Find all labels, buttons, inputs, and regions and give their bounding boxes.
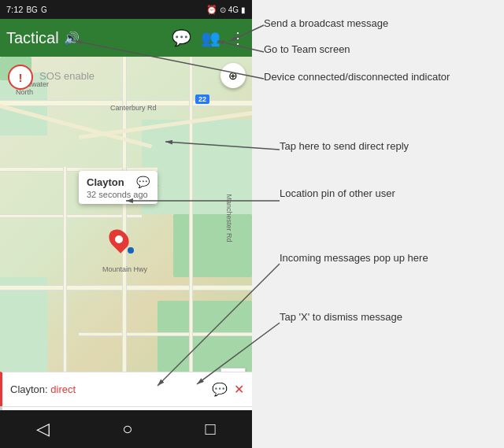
annotations-panel: Send a broadcast message Go to Team scre… bbox=[252, 0, 504, 448]
annotation-direct-reply: Tap here to send direct reply bbox=[280, 140, 409, 154]
map-label-mountain: Mountain Hwy bbox=[102, 265, 147, 273]
direct-reply-icon[interactable]: 💬 bbox=[212, 382, 228, 397]
highway-shield: 22 bbox=[195, 94, 209, 104]
annotation-location-pin: Location pin of other user bbox=[280, 187, 395, 201]
annotation-dismiss-msg: Tap 'X' to dismiss message bbox=[280, 311, 402, 324]
popup-user-name: Clayton bbox=[87, 176, 124, 188]
direct-message-item: Clayton: direct 💬 ✕ bbox=[0, 372, 252, 406]
battery-icon: ▮ bbox=[241, 6, 246, 14]
status-g-icon: G bbox=[41, 6, 47, 14]
direct-dismiss-button[interactable]: ✕ bbox=[234, 382, 244, 397]
map-location-pin bbox=[110, 228, 128, 250]
map-road-h3 bbox=[0, 214, 142, 218]
direct-message-actions: 💬 ✕ bbox=[212, 382, 244, 397]
direct-message-text: Clayton: direct bbox=[10, 383, 212, 395]
map-green-area-4 bbox=[173, 214, 252, 277]
signal-4g-icon: 4G bbox=[228, 6, 239, 14]
map-road-h5 bbox=[79, 332, 252, 336]
nav-bar: ◁ ○ □ bbox=[0, 410, 252, 448]
status-bg-icon: BG bbox=[26, 6, 37, 14]
team-people-icon[interactable]: 👥 bbox=[201, 28, 220, 47]
map-label-manche: Manchester Rd bbox=[225, 194, 233, 242]
map-label-canterbury: Canterbury Rd bbox=[110, 104, 157, 112]
popup-direct-reply-icon[interactable]: 💬 bbox=[136, 176, 150, 188]
bluetooth-icon: 🔊 bbox=[64, 31, 80, 46]
sos-label: SOS enable bbox=[39, 70, 94, 82]
annotation-connected: Device connected/disconnected indicator bbox=[264, 71, 450, 84]
phone-frame: 7:12 BG G ⏰ ⊙ 4G ▮ Tactical 🔊 💬 👥 ⋮ bbox=[0, 0, 252, 448]
nav-home-button[interactable]: ○ bbox=[122, 419, 132, 439]
map-area: BayswaterNorth Canterbury Rd Mountain Hw… bbox=[0, 57, 252, 372]
map-green-area-5 bbox=[0, 277, 47, 372]
map-green-area-3 bbox=[142, 120, 252, 214]
direct-type: direct bbox=[50, 383, 76, 395]
more-vert-icon[interactable]: ⋮ bbox=[230, 28, 246, 47]
popup-header: Clayton 💬 bbox=[87, 176, 150, 188]
direct-sender: Clayton: bbox=[10, 383, 50, 395]
sos-button[interactable]: ! bbox=[8, 65, 33, 90]
compass-button[interactable]: ⊕ bbox=[220, 63, 246, 88]
nav-back-button[interactable]: ◁ bbox=[36, 419, 50, 439]
location-popup: Clayton 💬 32 seconds ago bbox=[79, 171, 158, 204]
app-bar: Tactical 🔊 💬 👥 ⋮ bbox=[0, 19, 252, 57]
nav-recent-button[interactable]: □ bbox=[206, 419, 216, 439]
wifi-icon: ⊙ bbox=[220, 6, 226, 14]
alarm-icon: ⏰ bbox=[206, 5, 217, 15]
pin-dot bbox=[128, 247, 134, 254]
status-left: 7:12 BG G bbox=[6, 5, 47, 14]
map-road-v3 bbox=[63, 167, 67, 372]
status-time: 7:12 bbox=[6, 5, 23, 14]
app-title-text: Tactical bbox=[6, 29, 59, 47]
status-bar: 7:12 BG G ⏰ ⊙ 4G ▮ bbox=[0, 0, 252, 19]
map-road-v2 bbox=[189, 57, 193, 372]
annotation-team: Go to Team screen bbox=[264, 43, 350, 57]
chat-icon[interactable]: 💬 bbox=[172, 28, 191, 47]
app-bar-icons: 💬 👥 ⋮ bbox=[172, 28, 246, 47]
popup-time: 32 seconds ago bbox=[87, 190, 150, 199]
annotation-incoming-msg: Incoming messages pop up here bbox=[280, 252, 428, 265]
map-green-area-6 bbox=[158, 301, 252, 372]
annotation-broadcast: Send a broadcast message bbox=[264, 17, 388, 31]
status-right: ⏰ ⊙ 4G ▮ bbox=[206, 5, 246, 15]
app-title-area: Tactical 🔊 bbox=[6, 29, 165, 47]
